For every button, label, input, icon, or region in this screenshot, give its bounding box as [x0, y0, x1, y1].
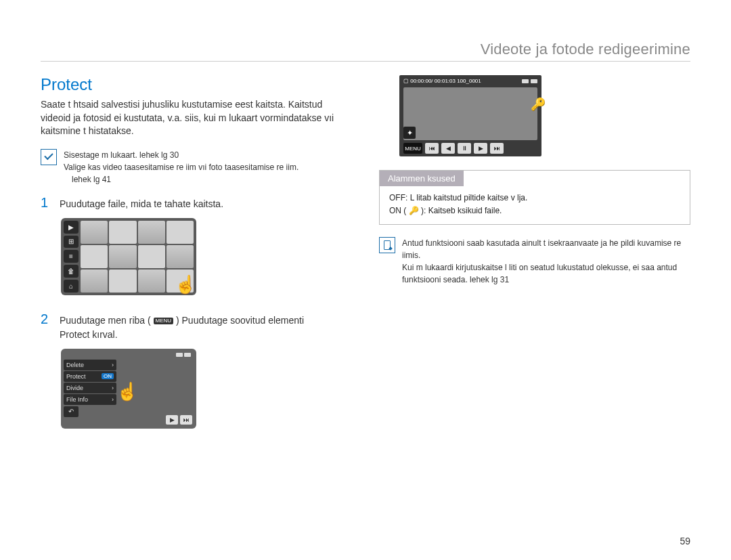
step-2: 2 Puudutage men riba ( MENU ) Puudutage …	[41, 311, 352, 342]
prereq-line1: Sisestage m lukaart. lehek lg 30	[64, 149, 298, 161]
key-icon: 🔑	[531, 97, 546, 112]
menu-item-fileinfo: File Info›	[64, 394, 116, 405]
side-btn-2: ⊞	[64, 236, 79, 249]
submenu-box: Alammen ksused OFF: L litab kaitstud pil…	[379, 170, 690, 225]
rewind-icon: ⏮	[425, 143, 439, 154]
ffwd-icon: ⏭	[490, 143, 504, 154]
left-column: Protect Saate t htsaid salvestisi juhusl…	[41, 75, 352, 445]
header-divider	[41, 61, 690, 62]
prereq-line2-ref: lehek lg 41	[64, 173, 298, 186]
step-2-text: Puudutage men riba ( MENU ) Puudutage so…	[60, 314, 304, 342]
side-btn-1: ▶	[64, 221, 79, 234]
right-column: ▢ 00:00:00/ 00:01:03 100_0001 🔑 ✦ MENU ⏮…	[379, 75, 690, 445]
step-2-pre: Puudutage men riba (	[60, 315, 154, 326]
next-icon: ▶	[474, 143, 487, 154]
menu-item-protect: ProtectON	[64, 371, 116, 382]
menu-item-delete: Delete›	[64, 360, 116, 370]
page-number: 59	[680, 536, 690, 546]
step-2-mid: ) Puudutage soovitud elementi	[176, 315, 304, 326]
step-2-post: Protect kırval.	[60, 329, 118, 340]
crosshair-icon: ✦	[403, 127, 416, 139]
step-control-icon: ⏭	[180, 415, 192, 425]
prev-icon: ◀	[441, 143, 455, 154]
section-title: Protect	[41, 75, 352, 94]
note-line-1: Antud funktsiooni saab kasutada ainult t…	[402, 237, 690, 261]
note-icon	[379, 237, 395, 253]
playback-screenshot: ▢ 00:00:00/ 00:01:03 100_0001 🔑 ✦ MENU ⏮…	[399, 75, 541, 156]
playback-top-left: ▢ 00:00:00/ 00:01:03 100_0001	[403, 78, 481, 84]
prereq-line2: Valige kas video taasesitamise re iim vı…	[64, 161, 298, 173]
submenu-off: OFF: L litab kaitstud piltide kaitse v l…	[389, 192, 680, 204]
info-note: Antud funktsiooni saab kasutada ainult t…	[379, 237, 690, 286]
menu-button-icon: MENU	[403, 143, 422, 154]
menu-badge-icon: MENU	[154, 318, 174, 324]
back-button-icon: ↶	[64, 406, 79, 417]
intro-text: Saate t htsaid salvestisi juhusliku kust…	[41, 98, 352, 138]
step-2-number: 2	[41, 311, 50, 327]
step-1-text: Puudutage faile, mida te tahate kaitsta.	[60, 197, 223, 211]
prereq-text: Sisestage m lukaart. lehek lg 30 Valige …	[64, 149, 298, 186]
prerequisite-note: Sisestage m lukaart. lehek lg 30 Valige …	[41, 149, 352, 186]
step-1-number: 1	[41, 195, 50, 211]
side-btn-3: ≡	[64, 250, 79, 263]
menu-item-divide: Divide›	[64, 383, 116, 393]
pause-icon: ⏸	[458, 143, 471, 154]
play-control-icon: ▶	[166, 415, 178, 425]
touch-hand-icon: ☝	[116, 381, 138, 402]
checkbox-icon	[41, 149, 57, 165]
thumbnail-grid-screenshot: ▶ ⊞ ≡ 🗑 ⌂ ☝	[61, 218, 352, 295]
page-header: Videote ja fotode redigeerimine	[41, 41, 690, 58]
submenu-heading: Alammen ksused	[380, 171, 464, 186]
side-btn-trash-icon: 🗑	[64, 265, 79, 278]
note-line-2: Kui m lukaardi kirjutuskaitse l liti on …	[402, 261, 690, 286]
note-text: Antud funktsiooni saab kasutada ainult t…	[402, 237, 690, 286]
menu-screenshot: Delete› ProtectON Divide› File Info› ↶ ☝…	[61, 349, 352, 429]
side-btn-5: ⌂	[64, 280, 79, 293]
step-1: 1 Puudutage faile, mida te tahate kaitst…	[41, 195, 352, 211]
submenu-on: ON ( 🔑 ): Kaitseb ksikuid faile.	[389, 204, 680, 217]
